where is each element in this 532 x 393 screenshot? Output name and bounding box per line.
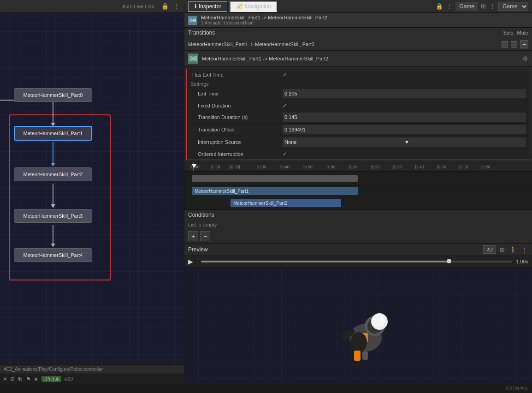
svg-text:|0:10: |0:10: [211, 165, 220, 169]
track2-label: MeteorHammerSkill_Part2: [233, 201, 287, 206]
track-bar-part1[interactable]: MeteorHammerSkill_Part1: [192, 187, 358, 195]
preview-header: Preview 2D ⊞ 🚶 ⋮: [184, 244, 532, 256]
lock-icon[interactable]: 🔒: [160, 3, 170, 10]
graph-area[interactable]: MeteorHammerSkill_Part0 MeteorHammerSkil…: [0, 13, 184, 364]
svg-text:|0:40: |0:40: [280, 165, 290, 169]
conditions-empty: List is Empty: [188, 220, 528, 229]
svg-rect-42: [362, 351, 368, 360]
star-icon: ★: [34, 376, 39, 382]
remove-condition-btn[interactable]: −: [200, 231, 210, 241]
speed-slider-thumb[interactable]: [447, 259, 451, 263]
state-node-part4[interactable]: MeteorHammerSkill_Part4: [14, 248, 92, 262]
top-bar-right: ℹ Inspector 🧭 Navigation 🔒 ⋮ Game ⊞ ⋮ Ga…: [184, 1, 532, 12]
timeline-area: |0:00 |0:10 | 0:20 | |0:30 |0:40 |0:50 |…: [184, 162, 532, 209]
left-panel: MeteorHammerSkill_Part0 MeteorHammerSkil…: [0, 13, 184, 384]
node-part3-label: MeteorHammerSkill_Part3: [24, 213, 83, 219]
mute-checkbox[interactable]: [511, 41, 517, 48]
preview-play-btn[interactable]: ▶: [188, 258, 193, 265]
state-node-part3[interactable]: MeteorHammerSkill_Part3: [14, 209, 92, 223]
state-node-part0[interactable]: MeteorHammerSkill_Part0: [14, 88, 92, 102]
state-node-part1[interactable]: MeteorHammerSkill_Part1: [14, 126, 92, 141]
more-options-right[interactable]: ⋮: [446, 3, 454, 10]
prefab-close-btn[interactable]: ✕: [3, 376, 7, 382]
svg-text:|: |: [230, 165, 231, 169]
track1-label: MeteorHammerSkill_Part1: [195, 189, 248, 194]
insp-header-title: MeteorHammerSkill_Part1 -> MeteorHammerS…: [201, 15, 327, 20]
ordered-interruption-row: Ordered Interruption ✓: [187, 149, 530, 160]
svg-text:|: |: [239, 165, 240, 169]
has-exit-time-row: Has Exit Time ✓: [187, 69, 530, 80]
layout-icon2: ⊞: [10, 376, 15, 382]
settings-gear-btn[interactable]: ⚙: [522, 55, 528, 62]
transition-offset-input[interactable]: [283, 125, 526, 134]
node-part1-label: MeteorHammerSkill_Part1: [24, 131, 83, 136]
node-part4-label: MeteorHammerSkill_Part4: [24, 252, 83, 258]
lock-icon-right[interactable]: 🔒: [435, 3, 444, 10]
svg-rect-14: [189, 56, 193, 61]
has-exit-time-check[interactable]: ✓: [283, 71, 287, 78]
solo-label: Solo: [503, 30, 514, 36]
svg-text:|1:30: |1:30: [393, 165, 402, 169]
svg-text:|0:50: |0:50: [303, 165, 313, 169]
tab-inspector[interactable]: ℹ Inspector: [188, 1, 228, 12]
transition-duration-input[interactable]: [283, 113, 526, 122]
svg-rect-15: [194, 56, 197, 61]
transition-detail-svg: [189, 54, 197, 63]
preview-icon1[interactable]: ⊞: [499, 246, 506, 253]
transition-duration-label: Transition Duration (s): [190, 114, 283, 120]
svg-text:|2:10: |2:10: [459, 165, 468, 169]
transitions-section-header: Transitions Solo Mute: [184, 28, 532, 38]
transition-row[interactable]: MeteorHammerSkill_Part1 -> MeteorHammerS…: [184, 38, 532, 51]
game-select[interactable]: Game Scene: [498, 2, 528, 11]
exit-time-input[interactable]: [283, 89, 526, 98]
layout-icon[interactable]: ⊞: [480, 3, 487, 10]
settings-group-label: Settings: [187, 80, 530, 88]
preview-icon2[interactable]: 🚶: [508, 246, 518, 253]
status-bar: CSDN ®卡: [0, 384, 532, 393]
add-condition-btn[interactable]: +: [188, 231, 198, 241]
transition-duration-row: Transition Duration (s): [187, 111, 530, 124]
more-options-icon[interactable]: ⋮: [172, 3, 180, 10]
svg-text:|2:20: |2:20: [481, 165, 491, 169]
auto-live-link-label: Auto Live Link: [122, 4, 154, 9]
interruption-source-value: None: [284, 139, 404, 145]
preview-section: Preview 2D ⊞ 🚶 ⋮ ▶ 1.00x: [184, 243, 532, 384]
state-node-part2[interactable]: MeteorHammerSkill_Part2: [14, 167, 92, 181]
preview-area: [184, 268, 532, 384]
ordered-interruption-check[interactable]: ✓: [283, 151, 287, 157]
exit-time-label: Exit Time: [190, 91, 283, 96]
dropdown-arrow-icon: ▼: [404, 139, 524, 145]
prefab-tag: t:Prefab: [41, 376, 61, 382]
preview-2d-btn[interactable]: 2D: [483, 245, 496, 254]
svg-text:|1:00: |1:00: [326, 165, 336, 169]
conditions-section: Conditions List is Empty + −: [184, 209, 532, 243]
ruler-svg: |0:00 |0:10 | 0:20 | |0:30 |0:40 |0:50 |…: [188, 162, 492, 171]
tab-navigation[interactable]: 🧭 Navigation: [230, 1, 278, 12]
navigation-icon: 🧭: [236, 3, 243, 10]
fixed-duration-check[interactable]: ✓: [283, 102, 287, 109]
transition-detail-icon: [188, 54, 198, 64]
prefab-icon: 🛠: [18, 376, 23, 382]
conditions-title: Conditions: [188, 212, 528, 218]
settings-box: Has Exit Time ✓ Settings Exit Time Fixed…: [186, 69, 530, 160]
flag-icon: ⚑: [26, 376, 31, 382]
robot-svg: [329, 301, 402, 365]
svg-text:|1:10: |1:10: [349, 165, 358, 169]
svg-marker-7: [51, 204, 55, 208]
settings-icon[interactable]: ⋮: [489, 3, 497, 10]
solo-checkbox[interactable]: [502, 41, 508, 48]
ruler-marks: |0:00 |0:10 | 0:20 | |0:30 |0:40 |0:50 |…: [184, 162, 532, 171]
preview-more[interactable]: ⋮: [520, 246, 528, 253]
interruption-source-row: Interruption Source None ▼: [187, 136, 530, 149]
interruption-source-dropdown[interactable]: None ▼: [283, 137, 526, 147]
svg-text:|1:40: |1:40: [415, 165, 424, 169]
track-bar-part2[interactable]: MeteorHammerSkill_Part2: [231, 199, 341, 207]
transition-offset-label: Transition Offset: [190, 127, 283, 132]
top-bar-left: Auto Live Link 🔒 ⋮: [0, 3, 184, 10]
remove-transition-btn[interactable]: −: [520, 40, 528, 48]
blend-bar: [192, 175, 358, 182]
exit-time-row: Exit Time: [187, 88, 530, 100]
fixed-duration-label: Fixed Duration: [190, 103, 283, 108]
csdn-label: CSDN ®卡: [506, 386, 528, 392]
svg-text:|1:20: |1:20: [371, 165, 380, 169]
